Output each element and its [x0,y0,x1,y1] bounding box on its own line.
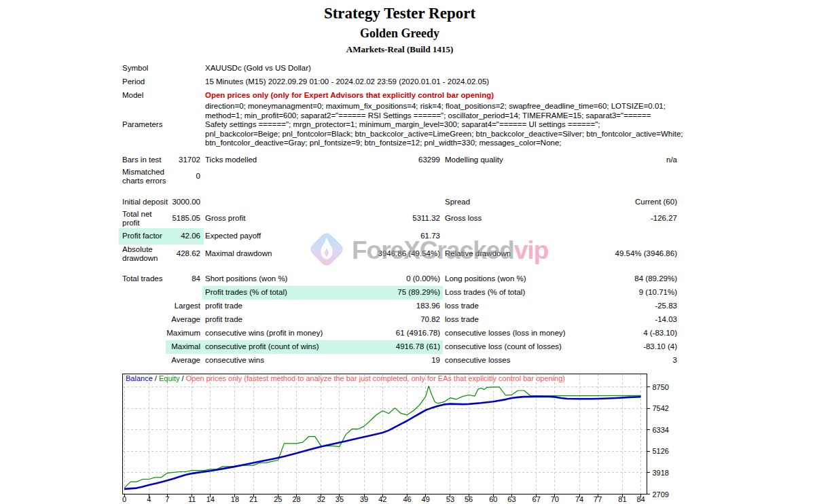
x-tick-label: 25 [274,495,282,503]
table-row-drawdown: Absolute drawdown 428.62 Maximal drawdow… [122,245,677,264]
table-row-net-profit: Total net profit 5185.05 Gross profit 53… [122,209,677,228]
stat-label: Gross loss [445,214,482,223]
stat-label: Long positions (won %) [445,274,526,283]
x-tick-label: 21 [249,495,257,503]
y-tick-label: 7542 [653,404,669,412]
y-tick-label: 2709 [653,490,669,499]
balance-equity-chart: 0471114182125283235394246495356606367707… [122,372,693,504]
table-row-total-trades: Total trades 84 Short positions (won %) … [122,272,677,286]
stat-label: Maximum [166,329,200,338]
table-row-average-trade: Average profit trade 70.82 loss trade -1… [122,313,677,327]
x-tick-label: 32 [317,495,325,503]
stat-value: 42.06 [181,232,200,240]
stat-label: Total net profit [122,210,169,228]
stat-label: loss trade [445,315,479,324]
x-tick-label: 49 [422,495,430,503]
stat-value: -25.83 [655,302,677,310]
table-row-maximum-consecutive: Maximum consecutive wins (profit in mone… [122,327,677,340]
table-row-average-consecutive: Average consecutive wins 19 consecutive … [122,354,677,367]
stat-label: loss trade [445,302,479,310]
stat-value: 428.62 [177,249,200,258]
table-row-deposit: Initial deposit 3000.00 Spread Current (… [122,196,677,209]
y-tick-label: 3918 [653,469,669,477]
stat-label: Loss trades (% of total) [445,288,525,297]
stat-value: 84 (89.29%) [634,274,677,283]
parameters-line: method=1; min_profit=600; saparat2="====… [205,111,677,121]
stat-label: Spread [445,198,470,206]
stat-label: Profit trades (% of total) [205,288,287,297]
x-tick-label: 67 [532,495,541,503]
x-tick-label: 56 [465,495,473,503]
stat-label: Maximal drawdown [205,249,272,258]
table-row-maximal-consecutive: Maximal consecutive profit (count of win… [122,340,677,354]
stat-value: 5311.32 [412,214,440,223]
stat-value: 4916.78 (61) [396,342,440,351]
stat-label: consecutive wins [205,356,264,365]
stat-value: 19 [431,356,440,365]
parameters-line: btn_fontcolor_deactive=Gray; pnl_fontsiz… [205,139,677,148]
table-row-period: Period 15 Minutes (M15) 2022.09.29 01:00… [122,75,677,88]
stat-label: Gross profit [205,214,245,223]
table-row-largest: Largest profit trade 183.96 loss trade -… [122,300,677,313]
x-tick-label: 60 [489,495,497,503]
table-row-model: Model Open prices only (only for Expert … [122,88,677,102]
stat-value: Current (60) [635,198,677,206]
table-row-bars: Bars in test 31702 Ticks modelled 63299 … [122,154,677,167]
stat-label: Short positions (won %) [205,274,287,283]
stat-label: Maximal [171,342,200,351]
stat-label: Modelling quality [445,156,503,164]
stat-value: 63299 [418,156,440,164]
stat-value: 15 Minutes (M15) 2022.09.29 01:00 - 2024… [205,77,489,86]
page-title: Strategy Tester Report [122,5,677,22]
x-tick-label: 74 [575,495,583,503]
stat-value: 0 (0.00%) [406,274,440,283]
x-tick-label: 53 [446,495,454,503]
x-tick-label: 70 [551,495,559,503]
stat-label: Model [122,91,143,100]
stat-value: 3000.00 [172,198,200,206]
table-row-parameters: Parameters direction=0; moneymanagment=0… [122,102,677,148]
stat-label: Period [122,77,145,86]
table-row-profit-factor: Profit factor 42.06 Expected payoff 61.7… [122,228,677,245]
x-tick-label: 28 [292,495,300,503]
stat-label: Expected payoff [205,232,261,240]
server-build: AMarkets-Real (Build 1415) [122,44,677,55]
stat-label: Largest [175,302,200,310]
stat-value: n/a [666,156,677,164]
stat-label: consecutive profit (count of wins) [205,342,319,351]
x-tick-label: 14 [206,495,215,503]
stat-label: consecutive losses [445,356,511,365]
stat-value: 4 (-83.10) [643,329,677,338]
parameters-line: Safety settings ======"; mrgn_protector=… [205,120,677,130]
stat-label: consecutive loss (count of losses) [445,342,562,351]
x-tick-label: 63 [507,495,515,503]
stat-value: 70.82 [420,315,440,324]
stat-value: 49.54% (3946.86) [615,249,677,258]
model-warning-text: Open prices only (only for Expert Adviso… [205,91,494,99]
y-tick-label: 5126 [653,447,669,455]
table-row-mismatched: Mismatched charts errors 0 [122,167,677,186]
stat-label: Parameters [122,120,162,129]
x-tick-label: 7 [165,495,169,503]
stats-table: Symbol XAUUSDc (Gold vs US Dollar) Perio… [122,61,677,367]
stat-label: consecutive wins (profit in money) [205,329,323,338]
x-tick-label: 42 [378,495,386,503]
stat-label: Total trades [122,274,162,283]
stat-value: 183.96 [416,302,440,310]
stat-value: 75 (89.29%) [397,288,440,297]
stat-value: 31702 [179,156,200,164]
stat-value: 3 [673,356,677,365]
parameters-text: direction=0; moneymanagment=0; maximum_f… [205,102,677,148]
stat-label: consecutive losses (loss in money) [445,329,566,338]
stat-value: 0 [196,172,200,181]
table-row-symbol: Symbol XAUUSDc (Gold vs US Dollar) [122,61,677,75]
stat-label: Average [171,315,200,324]
stat-label: Bars in test [122,156,162,164]
stat-label: Initial deposit [122,198,168,206]
stat-value: 9 (10.71%) [639,288,677,297]
x-tick-label: 84 [636,495,645,503]
stat-value: XAUUSDc (Gold vs US Dollar) [205,64,311,72]
expert-name: Golden Greedy [122,26,677,41]
stat-label: Symbol [122,64,148,73]
x-tick-label: 18 [231,495,239,503]
